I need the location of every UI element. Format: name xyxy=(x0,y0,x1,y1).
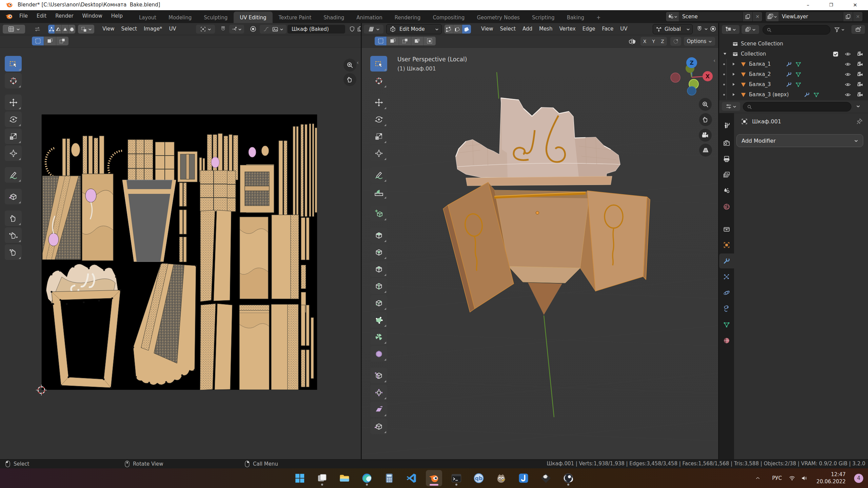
workspace-tab-animation[interactable]: Animation xyxy=(350,12,388,23)
vp-menu-mesh[interactable]: Mesh xyxy=(536,23,556,35)
properties-tab-physics[interactable] xyxy=(719,285,734,300)
properties-tab-constraints[interactable] xyxy=(719,301,734,316)
breadcrumb-object-name[interactable]: Шкаф.001 xyxy=(752,118,781,125)
taskbar-gimp-icon[interactable] xyxy=(493,470,509,486)
vp-tool-spin[interactable] xyxy=(370,329,387,345)
collection-checkbox[interactable] xyxy=(832,51,839,57)
select-mode-face[interactable] xyxy=(462,25,471,34)
item-eye-icon[interactable] xyxy=(845,92,851,98)
vp-tool-bevel[interactable] xyxy=(370,261,387,277)
blender-menu-icon[interactable] xyxy=(5,13,14,20)
axis-y-toggle[interactable]: Y xyxy=(649,37,658,46)
vp-tool-select-subtract[interactable] xyxy=(399,37,411,45)
uv-sticky-dropdown[interactable] xyxy=(78,25,94,34)
uv-tool-relax[interactable] xyxy=(5,227,22,243)
properties-tab-material[interactable] xyxy=(719,333,734,348)
uv-tool-pinch[interactable] xyxy=(5,244,22,260)
properties-options-chevron[interactable] xyxy=(856,104,860,108)
menu-help[interactable]: Help xyxy=(107,10,127,23)
volume-icon[interactable] xyxy=(801,468,808,488)
uv-tool-annotate[interactable] xyxy=(5,167,22,183)
item-eye-icon[interactable] xyxy=(845,81,851,88)
vp-zoom-icon[interactable] xyxy=(699,98,712,111)
properties-tab-collection[interactable] xyxy=(719,222,734,237)
properties-tab-data[interactable] xyxy=(719,317,734,332)
uv-tool-select-subtract[interactable] xyxy=(56,37,68,45)
uv-tool-transform[interactable] xyxy=(5,145,22,161)
vp-tool-select-extend[interactable] xyxy=(387,37,399,45)
scene-selector[interactable]: Scene ✕ xyxy=(666,12,763,22)
uv-collapse-arrow[interactable]: ‹ xyxy=(357,60,359,66)
uv-tool-select-box[interactable] xyxy=(5,56,22,72)
notification-badge[interactable]: 4 xyxy=(854,468,863,488)
vp-tool-inset[interactable] xyxy=(370,244,387,260)
select-mode-edge[interactable] xyxy=(453,25,462,34)
uv-tool-grab[interactable] xyxy=(5,210,22,226)
uv-image-browse-dropdown[interactable] xyxy=(269,25,287,34)
scene-name[interactable]: Scene xyxy=(679,14,743,20)
outliner-display-mode-dropdown[interactable] xyxy=(722,25,739,34)
uv-select-vertex[interactable] xyxy=(48,25,55,34)
uv-proportional-toggle[interactable] xyxy=(250,25,257,33)
vp-menu-edge[interactable]: Edge xyxy=(579,23,599,35)
viewlayer-name[interactable]: ViewLayer xyxy=(778,14,843,20)
item-camera-icon[interactable] xyxy=(857,81,863,88)
uv-menu-image[interactable]: Image* xyxy=(140,23,165,35)
outliner-item-3[interactable]: Балка_3 xyxy=(719,79,868,89)
menu-window[interactable]: Window xyxy=(78,10,107,23)
orientation-name[interactable]: Global xyxy=(663,26,686,32)
viewlayer-copy-icon[interactable] xyxy=(843,12,853,21)
uv-tool-rotate[interactable] xyxy=(5,111,22,127)
uv-image-fake-user-icon[interactable] xyxy=(349,26,355,32)
vp-collapse-arrow[interactable]: ‹ xyxy=(713,58,715,64)
uv-menu-select[interactable]: Select xyxy=(118,23,140,35)
viewlayer-selector[interactable]: ViewLayer ✕ xyxy=(765,12,863,22)
vp-tool-cursor-2d[interactable] xyxy=(370,73,387,88)
item-camera-icon[interactable] xyxy=(857,92,863,98)
collection-camera-icon[interactable] xyxy=(857,51,863,57)
taskbar-inkscape-icon[interactable] xyxy=(538,470,554,486)
taskbar-vscode-icon[interactable] xyxy=(403,470,420,486)
taskbar-file-explorer-icon[interactable] xyxy=(336,470,353,486)
vp-tool-extrude[interactable] xyxy=(370,227,387,243)
orientation-dropdown[interactable]: Global xyxy=(653,24,693,34)
snap-toggle[interactable] xyxy=(696,26,703,33)
vp-tool-edge-slide[interactable] xyxy=(370,368,387,383)
uv-select-mode-buttons[interactable] xyxy=(48,25,75,34)
outliner-collection[interactable]: Collection xyxy=(719,49,868,59)
properties-search-field[interactable] xyxy=(743,102,851,111)
vp-tool-scale[interactable] xyxy=(370,128,387,144)
mesh-select-mode-buttons[interactable] xyxy=(445,25,471,34)
outliner-filter-icon[interactable] xyxy=(834,26,845,33)
item-camera-icon[interactable] xyxy=(857,61,863,67)
workspace-tab-modeling[interactable]: Modeling xyxy=(162,12,198,23)
workspace-tab-baking[interactable]: Baking xyxy=(561,12,590,23)
outliner-scene-collection[interactable]: Scene Collection xyxy=(719,39,868,49)
vp-menu-face[interactable]: Face xyxy=(598,23,617,35)
taskbar-edge-icon[interactable] xyxy=(359,470,375,486)
vp-tool-move[interactable] xyxy=(370,95,387,110)
select-mode-vertex[interactable] xyxy=(445,25,453,34)
axis-toggle-buttons[interactable]: X Y Z xyxy=(640,37,667,46)
mirror-icon[interactable] xyxy=(628,38,636,45)
vp-camera-icon[interactable] xyxy=(699,129,712,142)
vp-tool-measure[interactable] xyxy=(370,184,387,200)
vp-tool-select-box[interactable] xyxy=(370,56,387,72)
properties-tab-world[interactable] xyxy=(719,199,734,214)
restore-button[interactable]: ❐ xyxy=(823,0,839,10)
uv-tool-rip-region[interactable] xyxy=(5,189,22,204)
vp-tool-select-new[interactable] xyxy=(375,37,387,45)
outliner-item-1[interactable]: Балка_1 xyxy=(719,59,868,69)
vp-tool-transform[interactable] xyxy=(370,145,387,161)
vp-menu-select[interactable]: Select xyxy=(497,23,519,35)
vp-menu-add[interactable]: Add xyxy=(519,23,536,35)
taskbar-jdownloader-icon[interactable] xyxy=(515,470,532,486)
workspace-tab-layout[interactable]: Layout xyxy=(133,12,162,23)
tray-chevron[interactable] xyxy=(755,468,760,488)
vp-tool-poly-build[interactable] xyxy=(370,312,387,328)
vp-tool-rip-region[interactable] xyxy=(370,419,387,434)
vp-tool-shear[interactable] xyxy=(370,402,387,417)
vp-menu-uv[interactable]: UV xyxy=(617,23,631,35)
vp-tool-knife[interactable] xyxy=(370,295,387,311)
taskbar-obs-icon[interactable] xyxy=(560,470,576,486)
